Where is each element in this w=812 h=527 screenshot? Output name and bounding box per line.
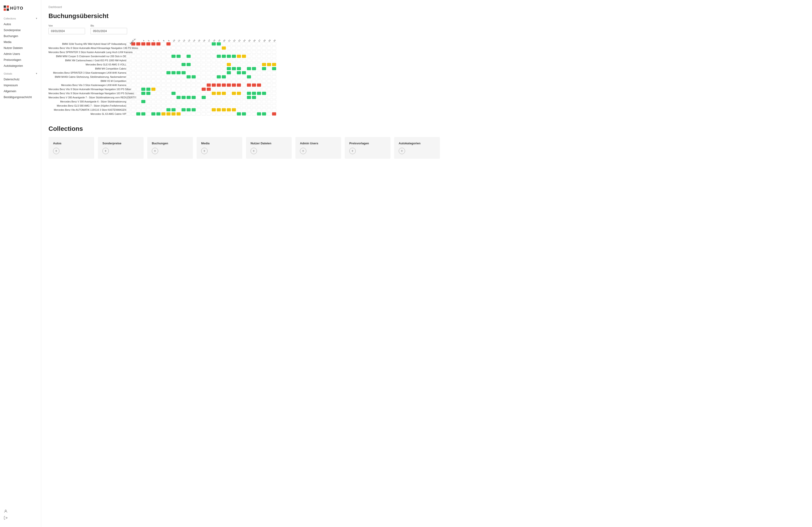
cal-cell xyxy=(191,67,197,71)
collection-card-title: Autos xyxy=(53,142,90,145)
collection-add-button[interactable]: + xyxy=(53,148,59,154)
cal-cell xyxy=(257,87,262,91)
sidebar-item-allgemein[interactable]: Allgemein xyxy=(0,88,41,94)
cal-cell xyxy=(252,104,257,108)
sidebar-item-media[interactable]: Media xyxy=(0,39,41,45)
cal-cell xyxy=(176,104,182,108)
cal-cell xyxy=(272,91,277,95)
cal-cell xyxy=(172,58,176,62)
cal-cell xyxy=(202,100,207,104)
collection-add-button[interactable]: + xyxy=(102,148,109,154)
sidebar-item-autos[interactable]: Autos xyxy=(0,21,41,27)
user-icon[interactable] xyxy=(4,509,37,514)
cal-cell xyxy=(126,75,131,79)
sidebar-item-admin-users[interactable]: Admin Users xyxy=(0,51,41,57)
cal-cell xyxy=(237,71,242,75)
cal-cell xyxy=(161,100,166,104)
cal-day-header: 7 xyxy=(156,39,161,42)
von-input[interactable] xyxy=(48,28,85,34)
sidebar-item-autokategorien[interactable]: Autokategorien xyxy=(0,63,41,69)
cal-cell xyxy=(237,104,242,108)
cal-cell xyxy=(136,91,141,95)
cal-cell xyxy=(272,71,277,75)
cal-cell xyxy=(151,54,156,58)
cal-cell xyxy=(272,108,277,112)
cal-cell xyxy=(182,87,187,91)
collection-add-button[interactable]: + xyxy=(201,148,207,154)
cal-cell xyxy=(161,83,166,87)
cal-cell xyxy=(156,67,161,71)
sidebar-item-nutzer-dateien[interactable]: Nutzer Dateien xyxy=(0,45,41,51)
cal-cell xyxy=(166,50,172,54)
cal-cell xyxy=(141,54,146,58)
sidebar-item-datenschutz[interactable]: Datenschutz xyxy=(0,76,41,82)
cal-cell xyxy=(176,108,182,112)
cal-cell xyxy=(126,100,131,104)
cal-cell xyxy=(202,83,207,87)
collection-card-col-autos[interactable]: Autos+ xyxy=(48,137,94,159)
collection-add-button[interactable]: + xyxy=(349,148,356,154)
cal-cell xyxy=(252,108,257,112)
cal-cell xyxy=(156,100,161,104)
cal-cell xyxy=(272,95,277,100)
cal-cell xyxy=(257,75,262,79)
cal-day-header: 15 xyxy=(197,39,202,42)
collection-add-button[interactable]: + xyxy=(152,148,158,154)
cal-cell xyxy=(151,91,156,95)
logo-text: HÜTO xyxy=(10,6,24,11)
cal-cell xyxy=(202,58,207,62)
cal-cell xyxy=(267,50,272,54)
collection-card-col-nutzer-dateien[interactable]: Nutzer Dateien+ xyxy=(246,137,292,159)
cal-cell xyxy=(237,79,242,83)
cal-cell xyxy=(252,62,257,67)
globals-header[interactable]: Globals ▾ xyxy=(0,71,41,76)
collection-card-col-admin-users[interactable]: Admin Users+ xyxy=(295,137,341,159)
cal-cell xyxy=(247,71,252,75)
cal-cell xyxy=(182,58,187,62)
collection-card-col-sonderpreise[interactable]: Sonderpreise+ xyxy=(98,137,144,159)
cal-cell xyxy=(131,83,136,87)
logout-icon[interactable] xyxy=(4,516,37,521)
collection-card-col-autokategorien[interactable]: Autokategorien+ xyxy=(394,137,440,159)
cal-cell xyxy=(146,79,151,83)
cal-cell xyxy=(146,50,151,54)
table-row: BMW X5 M Competition xyxy=(48,79,277,83)
row-label: BMW MINI Cooper S Clubmann Sondermodell … xyxy=(48,54,126,58)
cal-cell xyxy=(262,83,267,87)
cal-cell xyxy=(187,75,191,79)
cal-cell xyxy=(227,87,232,91)
cal-cell xyxy=(197,100,202,104)
collection-card-col-preisvorlagen[interactable]: Preisvorlagen+ xyxy=(345,137,390,159)
cal-cell xyxy=(232,54,237,58)
cal-cell xyxy=(182,91,187,95)
sidebar-item-bestatigungsnachricht[interactable]: Bestätigungsnachricht xyxy=(0,94,41,100)
collection-card-col-media[interactable]: Media+ xyxy=(197,137,242,159)
cal-cell xyxy=(146,95,151,100)
collection-card-col-buchungen[interactable]: Buchungen+ xyxy=(147,137,193,159)
table-row: Mercedes Benz Vito 9 Sitzer Automatik Kl… xyxy=(48,91,277,95)
collections-header[interactable]: Collections ▾ xyxy=(0,16,41,21)
collection-add-button[interactable]: + xyxy=(250,148,257,154)
sidebar-item-preisvorlagen[interactable]: Preisvorlagen xyxy=(0,57,41,63)
cal-cell xyxy=(176,87,182,91)
cal-cell xyxy=(217,83,222,87)
bis-input[interactable] xyxy=(90,28,127,34)
sidebar-item-impressum[interactable]: Impressum xyxy=(0,82,41,88)
cal-cell xyxy=(166,75,172,79)
cal-cell xyxy=(176,46,182,50)
cal-cell xyxy=(272,62,277,67)
collection-add-button[interactable]: + xyxy=(300,148,306,154)
collection-add-button[interactable]: + xyxy=(399,148,405,154)
cal-day-header: 20 xyxy=(222,39,227,42)
cal-cell xyxy=(232,75,237,79)
cal-day-header: 26 xyxy=(252,39,257,42)
sidebar-item-sonderpreise[interactable]: Sonderpreise xyxy=(0,27,41,33)
cal-cell xyxy=(267,83,272,87)
cal-cell xyxy=(161,104,166,108)
cal-cell xyxy=(131,87,136,91)
sidebar-item-buchungen[interactable]: Buchungen xyxy=(0,33,41,39)
cal-cell xyxy=(262,104,267,108)
cal-cell xyxy=(161,112,166,116)
cal-cell xyxy=(262,95,267,100)
cal-cell xyxy=(182,75,187,79)
